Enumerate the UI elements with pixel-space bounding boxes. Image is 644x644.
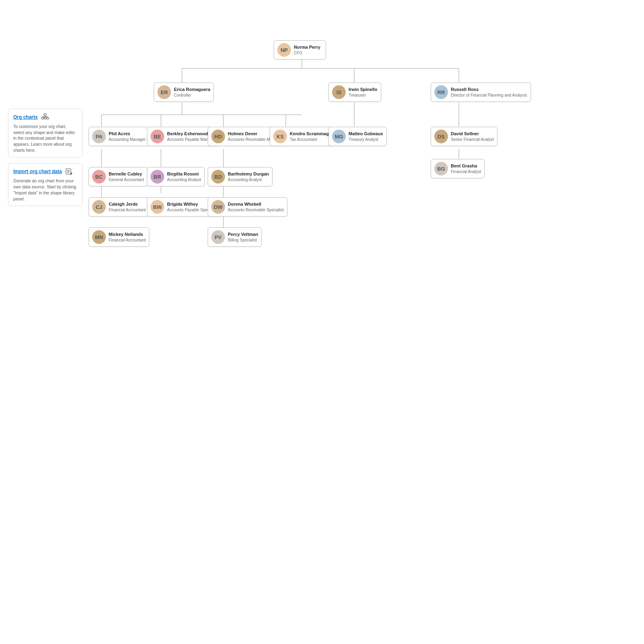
name-norma: Norma Perry <box>294 44 320 50</box>
name-irwin: Irwin Spinello <box>349 87 378 92</box>
node-norma[interactable]: NP Norma Perry CFO <box>274 40 326 60</box>
node-kendra[interactable]: KS Kendra Scrammage Tax Accountant <box>270 127 335 146</box>
avatar-percy: PV <box>211 230 225 244</box>
node-bartholemy[interactable]: BD Bartholemy Durgan Accounting Analyst <box>208 167 272 186</box>
import-title[interactable]: Import org chart data <box>13 169 62 174</box>
import-icon <box>65 167 73 175</box>
info-phil: Phil Acres Accounting Manager <box>109 131 146 142</box>
role-irwin: Treasurer <box>349 93 378 98</box>
info-bartholemy: Bartholemy Durgan Accounting Analyst <box>228 171 269 182</box>
role-norma: CFO <box>294 50 320 56</box>
node-dorena[interactable]: DW Dorena Whebell Accounts Receivable Sp… <box>208 197 287 217</box>
import-panel: Import org chart data Generate an org ch… <box>8 163 83 206</box>
avatar-matteo: MG <box>332 130 346 143</box>
role-matteo: Treasury Analyst <box>349 137 383 142</box>
avatar-bernelle: BC <box>92 170 106 184</box>
role-dorena: Accounts Receivable Specialist <box>228 207 284 213</box>
name-russell: Russell Ross <box>451 87 527 92</box>
role-bent: Financial Analyst <box>451 169 481 174</box>
role-bartholemy: Accounting Analyst <box>228 177 269 182</box>
import-desc: Generate an org chart from your own data… <box>13 178 77 202</box>
role-kendra: Tax Accountant <box>290 137 331 142</box>
role-bernelle: General Accountant <box>109 177 144 182</box>
avatar-erica: ER <box>157 85 171 99</box>
name-mickey: Mickey Neilands <box>109 231 146 237</box>
info-caleigh: Caleigh Jerde Financial Accountant <box>109 201 146 212</box>
node-caleigh[interactable]: CJ Caleigh Jerde Financial Accountant <box>89 197 149 217</box>
node-russell[interactable]: RR Russell Ross Director of Financial Pl… <box>431 83 531 102</box>
svg-rect-1 <box>41 118 43 119</box>
info-matteo: Matteo Gobeaux Treasury Analyst <box>349 131 383 142</box>
name-birgitta: Birgitta Rosoni <box>167 171 201 177</box>
avatar-dorena: DW <box>211 200 225 214</box>
role-caleigh: Financial Accountant <box>109 207 146 213</box>
node-david[interactable]: DS David Sellner Senior Financial Analys… <box>431 127 497 146</box>
role-david: Senior Financial Analyst <box>451 137 494 142</box>
info-dorena: Dorena Whebell Accounts Receivable Speci… <box>228 201 284 212</box>
name-phil: Phil Acres <box>109 131 146 136</box>
avatar-norma: NP <box>277 43 291 57</box>
svg-rect-0 <box>44 114 46 116</box>
node-bent[interactable]: BG Bent Grasha Financial Analyst <box>431 159 485 178</box>
info-russell: Russell Ross Director of Financial Plann… <box>451 87 527 97</box>
info-erica: Erica Romaguera Controller <box>174 87 210 97</box>
avatar-brigida: BW <box>151 200 164 214</box>
svg-rect-3 <box>47 118 49 119</box>
avatar-phil: PA <box>92 130 106 143</box>
info-birgitta: Birgitta Rosoni Accounting Analyst <box>167 171 201 182</box>
org-chart-icon <box>41 113 49 121</box>
info-kendra: Kendra Scrammage Tax Accountant <box>290 131 331 142</box>
name-bartholemy: Bartholemy Durgan <box>228 171 269 177</box>
info-norma: Norma Perry CFO <box>294 44 320 55</box>
org-charts-panel: Org charts To customize your org chart, … <box>8 109 83 157</box>
name-erica: Erica Romaguera <box>174 87 210 92</box>
role-mickey: Financial Accountant <box>109 237 146 243</box>
node-bernelle[interactable]: BC Bernelle Cubley General Accountant <box>89 167 148 186</box>
role-birgitta: Accounting Analyst <box>167 177 201 182</box>
name-matteo: Matteo Gobeaux <box>349 131 383 136</box>
role-russell: Director of Financial Planning and Analy… <box>451 93 527 98</box>
node-matteo[interactable]: MG Matteo Gobeaux Treasury Analyst <box>328 127 387 146</box>
name-david: David Sellner <box>451 131 494 136</box>
node-mickey[interactable]: MN Mickey Neilands Financial Accountant <box>89 227 149 247</box>
avatar-mickey: MN <box>92 230 106 244</box>
avatar-caleigh: CJ <box>92 200 106 214</box>
name-kendra: Kendra Scrammage <box>290 131 331 136</box>
avatar-david: DS <box>434 130 448 143</box>
info-irwin: Irwin Spinello Treasurer <box>349 87 378 97</box>
org-charts-title[interactable]: Org charts <box>13 114 38 120</box>
name-dorena: Dorena Whebell <box>228 201 284 207</box>
node-irwin[interactable]: IS Irwin Spinello Treasurer <box>328 83 381 102</box>
avatar-irwin: IS <box>332 85 346 99</box>
name-bernelle: Bernelle Cubley <box>109 171 144 177</box>
node-erica[interactable]: ER Erica Romaguera Controller <box>154 83 214 102</box>
info-mickey: Mickey Neilands Financial Accountant <box>109 231 146 242</box>
name-bent: Bent Grasha <box>451 163 481 169</box>
import-header: Import org chart data <box>13 167 77 175</box>
avatar-berkley: BE <box>151 130 164 143</box>
name-percy: Percy Veltman <box>228 231 258 237</box>
avatar-birgitta: BR <box>151 170 164 184</box>
info-david: David Sellner Senior Financial Analyst <box>451 131 494 142</box>
info-percy: Percy Veltman Billing Specialist <box>228 231 258 242</box>
avatar-bartholemy: BD <box>211 170 225 184</box>
avatar-russell: RR <box>434 85 448 99</box>
avatar-bent: BG <box>434 162 448 175</box>
info-bernelle: Bernelle Cubley General Accountant <box>109 171 144 182</box>
org-charts-header: Org charts <box>13 113 77 121</box>
role-percy: Billing Specialist <box>228 237 258 243</box>
svg-rect-2 <box>44 118 46 119</box>
avatar-kendra: KS <box>273 130 287 143</box>
org-charts-desc: To customize your org chart, select any … <box>13 124 77 153</box>
name-caleigh: Caleigh Jerde <box>109 201 146 207</box>
node-percy[interactable]: PV Percy Veltman Billing Specialist <box>208 227 262 247</box>
sidebar: Org charts To customize your org chart, … <box>8 109 83 206</box>
node-phil[interactable]: PA Phil Acres Accounting Manager <box>89 127 149 146</box>
org-chart: NP Norma Perry CFO ER Erica Romaguera Co… <box>89 24 636 386</box>
info-bent: Bent Grasha Financial Analyst <box>451 163 481 174</box>
role-erica: Controller <box>174 93 210 98</box>
avatar-holmes: HD <box>211 130 225 143</box>
node-birgitta[interactable]: BR Birgitta Rosoni Accounting Analyst <box>147 167 205 186</box>
role-phil: Accounting Manager <box>109 137 146 142</box>
